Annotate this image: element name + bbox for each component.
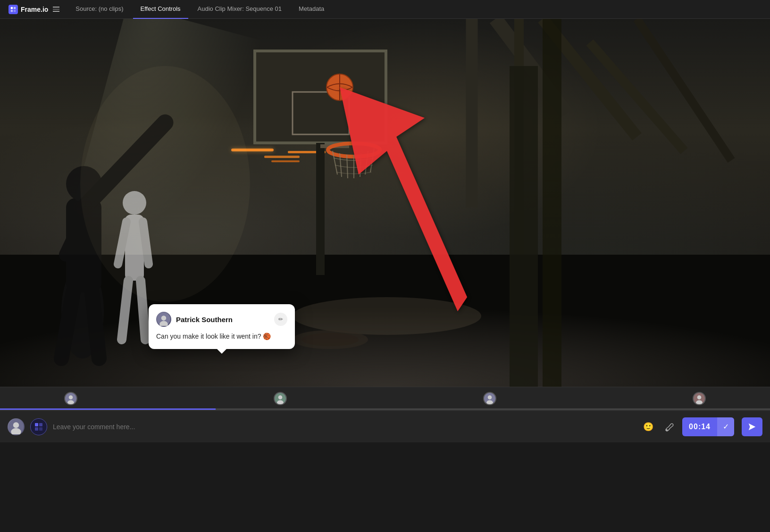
svg-rect-16 bbox=[264, 156, 300, 158]
svg-rect-4 bbox=[0, 255, 770, 387]
tab-effect-controls[interactable]: Effect Controls bbox=[133, 0, 188, 19]
svg-rect-43 bbox=[543, 19, 561, 387]
svg-rect-19 bbox=[255, 51, 386, 143]
comment-author-name: Patrick Southern bbox=[176, 316, 233, 324]
comment-input[interactable] bbox=[53, 418, 635, 436]
svg-point-52 bbox=[278, 395, 283, 399]
tab-audio-clip-mixer[interactable]: Audio Clip Mixer: Sequence 01 bbox=[190, 0, 290, 19]
svg-point-41 bbox=[302, 333, 359, 346]
timeline-track[interactable] bbox=[0, 408, 770, 410]
svg-rect-64 bbox=[39, 423, 42, 426]
svg-rect-13 bbox=[231, 149, 274, 151]
frame-io-badge[interactable] bbox=[30, 418, 47, 435]
svg-point-37 bbox=[80, 66, 250, 302]
marker-avatar-3 bbox=[483, 392, 496, 405]
light-beam bbox=[66, 19, 264, 269]
comment-text: Can you make it look like it went in? 🏀 bbox=[156, 332, 287, 341]
svg-line-7 bbox=[495, 19, 566, 113]
svg-point-6 bbox=[0, 19, 283, 160]
svg-rect-3 bbox=[14, 9, 16, 11]
svg-point-49 bbox=[69, 395, 73, 399]
svg-line-9 bbox=[590, 42, 684, 151]
brand-logo bbox=[8, 5, 18, 14]
timeline-bar bbox=[0, 387, 770, 410]
svg-rect-2 bbox=[11, 9, 13, 11]
comment-edit-button[interactable]: ✏ bbox=[274, 313, 287, 326]
timeline-progress bbox=[0, 408, 216, 410]
svg-rect-35 bbox=[66, 198, 101, 292]
svg-rect-1 bbox=[14, 7, 16, 8]
svg-line-8 bbox=[543, 19, 637, 137]
video-frame: Patrick Southern ✏ Can you make it look … bbox=[0, 19, 770, 387]
svg-rect-63 bbox=[35, 423, 38, 426]
svg-marker-44 bbox=[340, 87, 467, 311]
video-container[interactable]: Patrick Southern ✏ Can you make it look … bbox=[0, 19, 770, 387]
tab-source[interactable]: Source: (no clips) bbox=[68, 0, 131, 19]
svg-point-61 bbox=[13, 422, 19, 428]
svg-rect-14 bbox=[231, 149, 274, 151]
svg-rect-0 bbox=[11, 7, 13, 8]
timeline-marker-4[interactable] bbox=[693, 392, 706, 405]
emoji-button[interactable]: 🙂 bbox=[641, 419, 656, 434]
svg-point-23 bbox=[328, 143, 380, 157]
svg-line-25 bbox=[340, 153, 342, 177]
svg-point-67 bbox=[666, 429, 668, 431]
timecode-check-button[interactable]: ✓ bbox=[717, 417, 734, 436]
timecode-display: 00:14 bbox=[682, 423, 717, 431]
comment-header: Patrick Southern ✏ bbox=[156, 312, 287, 327]
brush-button[interactable] bbox=[661, 419, 677, 434]
scene-overlay bbox=[0, 19, 770, 387]
timeline-marker-1[interactable] bbox=[64, 392, 77, 405]
svg-rect-42 bbox=[510, 66, 538, 387]
svg-rect-18 bbox=[255, 51, 386, 143]
svg-rect-17 bbox=[271, 160, 300, 162]
svg-rect-66 bbox=[39, 427, 42, 431]
comment-popup: Patrick Southern ✏ Can you make it look … bbox=[149, 304, 295, 349]
svg-point-36 bbox=[66, 166, 102, 202]
svg-point-46 bbox=[161, 316, 167, 321]
annotation-arrow bbox=[0, 19, 770, 387]
timecode-send-group: 00:14 ✓ bbox=[682, 417, 734, 436]
marker-avatar-2 bbox=[274, 392, 287, 405]
svg-rect-15 bbox=[288, 151, 326, 153]
svg-rect-20 bbox=[293, 92, 349, 134]
svg-rect-39 bbox=[125, 215, 144, 281]
timeline-marker-2[interactable] bbox=[274, 392, 287, 405]
svg-line-26 bbox=[347, 155, 348, 178]
svg-point-5 bbox=[293, 297, 481, 335]
svg-point-38 bbox=[123, 191, 146, 215]
bottom-controls: 🙂 00:14 ✓ bbox=[0, 410, 770, 442]
comment-author-info: Patrick Southern bbox=[156, 312, 233, 327]
svg-line-28 bbox=[360, 153, 361, 177]
svg-point-55 bbox=[488, 395, 492, 399]
svg-point-58 bbox=[697, 395, 702, 399]
svg-rect-21 bbox=[316, 143, 325, 275]
send-button[interactable] bbox=[742, 417, 762, 436]
marker-avatar-1 bbox=[64, 392, 77, 405]
tab-metadata[interactable]: Metadata bbox=[291, 0, 332, 19]
tab-bar: Frame.io Source: (no clips) Effect Contr… bbox=[0, 0, 770, 19]
timeline-markers bbox=[8, 392, 762, 405]
svg-rect-65 bbox=[35, 427, 38, 431]
user-avatar[interactable] bbox=[8, 418, 25, 435]
svg-point-34 bbox=[61, 264, 104, 358]
svg-point-31 bbox=[326, 74, 353, 100]
menu-icon[interactable] bbox=[51, 5, 61, 14]
svg-line-29 bbox=[365, 151, 368, 175]
svg-line-24 bbox=[333, 151, 337, 175]
marker-avatar-4 bbox=[693, 392, 706, 405]
svg-line-10 bbox=[637, 19, 731, 160]
svg-point-32 bbox=[326, 74, 353, 100]
brand-label: Frame.io bbox=[21, 6, 48, 13]
brand-tab[interactable]: Frame.io bbox=[4, 5, 66, 14]
timeline-marker-3[interactable] bbox=[483, 392, 496, 405]
comment-avatar bbox=[156, 312, 171, 327]
svg-line-30 bbox=[370, 148, 374, 172]
svg-point-40 bbox=[293, 330, 368, 349]
